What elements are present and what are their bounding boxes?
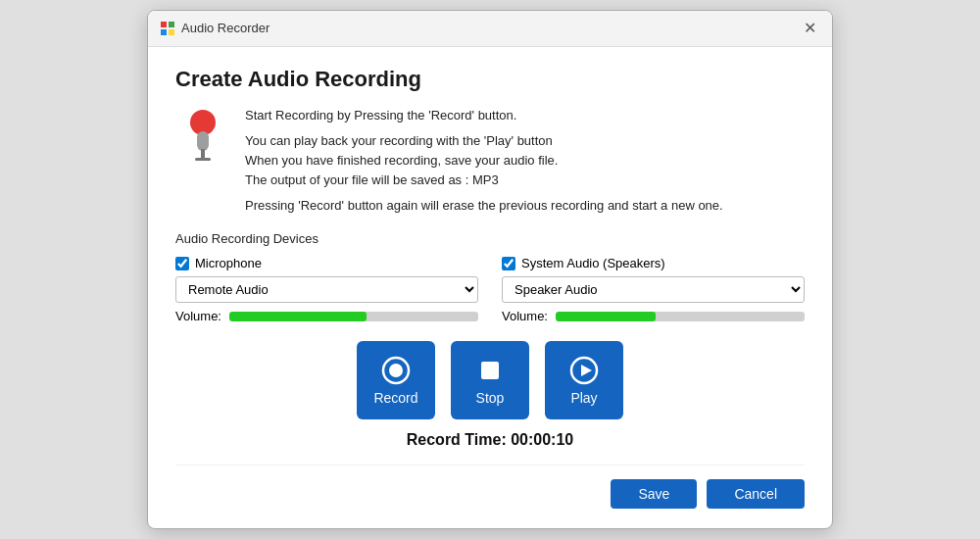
microphone-graphic [175,106,229,217]
close-button[interactable]: ✕ [800,19,820,38]
play-icon [568,355,600,386]
svg-rect-6 [201,149,205,159]
content-area: Create Audio Recording Start Recording b… [148,47,832,529]
svg-point-9 [389,364,403,377]
speaker-column: System Audio (Speakers) Speaker Audio De… [502,256,805,323]
title-bar-title: Audio Recorder [181,21,270,35]
record-icon [380,355,412,386]
speaker-checkbox[interactable] [502,257,515,270]
svg-rect-7 [195,158,211,161]
footer-row: Save Cancel [175,465,805,509]
microphone-volume-row: Volume: [175,309,478,323]
app-icon [160,21,175,36]
record-button[interactable]: Record [357,341,435,419]
stop-button[interactable]: Stop [451,341,529,419]
speaker-select[interactable]: Speaker Audio Default Speakers [502,276,805,303]
microphone-label: Microphone [195,256,262,270]
save-button[interactable]: Save [611,479,697,509]
microphone-column: Microphone Remote Audio Default Micropho… [175,256,478,323]
play-button[interactable]: Play [545,341,623,419]
microphone-select[interactable]: Remote Audio Default Microphone [175,276,478,303]
page-title: Create Audio Recording [175,67,805,92]
speaker-label: System Audio (Speakers) [521,256,665,270]
svg-rect-2 [161,29,167,35]
mic-volume-bar-fill [229,312,367,321]
devices-section-label: Audio Recording Devices [175,231,805,246]
cancel-button[interactable]: Cancel [707,479,805,509]
stop-icon [474,355,506,386]
record-label: Record [373,390,417,406]
speaker-volume-bar-fill [556,312,656,321]
mic-svg [179,110,226,167]
svg-rect-10 [481,362,499,379]
svg-rect-3 [169,29,174,35]
svg-rect-0 [161,22,167,27]
record-time-display: Record Time: 00:00:10 [175,431,805,449]
intro-text: Start Recording by Pressing the 'Record'… [245,106,723,217]
control-buttons-row: Record Stop Play [175,341,805,419]
play-label: Play [570,390,597,406]
microphone-checkbox[interactable] [175,257,189,270]
title-bar-left: Audio Recorder [160,21,270,36]
mic-volume-bar-bg [229,312,478,321]
svg-rect-1 [169,22,174,27]
intro-line5: Pressing 'Record' button again will eras… [245,196,723,216]
intro-line1: Start Recording by Pressing the 'Record'… [245,106,723,125]
svg-rect-5 [197,131,209,151]
speaker-volume-bar-bg [556,312,805,321]
speaker-volume-row: Volume: [502,309,805,323]
svg-marker-12 [581,365,592,376]
speaker-volume-label: Volume: [502,309,548,323]
mic-volume-label: Volume: [175,309,221,323]
intro-section: Start Recording by Pressing the 'Record'… [175,106,805,217]
speaker-checkbox-row: System Audio (Speakers) [502,256,805,270]
stop-label: Stop [476,390,505,406]
devices-grid: Microphone Remote Audio Default Micropho… [175,256,805,323]
intro-line2: You can play back your recording with th… [245,131,723,190]
title-bar: Audio Recorder ✕ [148,11,832,47]
main-window: Audio Recorder ✕ Create Audio Recording … [147,10,833,530]
microphone-checkbox-row: Microphone [175,256,478,270]
